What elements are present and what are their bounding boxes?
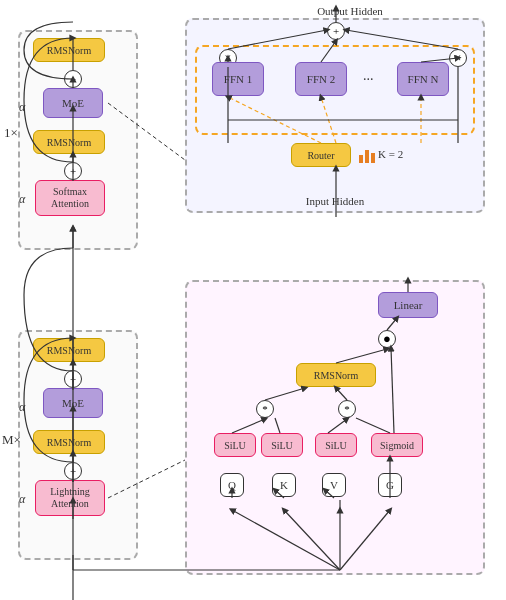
mx-label: M×	[2, 432, 21, 448]
router-node: Router	[291, 143, 351, 167]
k-label: K	[272, 473, 296, 497]
plus-mx-bottom: +	[64, 462, 82, 480]
svg-rect-0	[359, 155, 363, 163]
ffn2-node: FFN 2	[295, 62, 347, 96]
rmsnorm-1x-top: RMSNorm	[33, 38, 105, 62]
output-hidden-label: Output Hidden	[290, 5, 410, 17]
rmsnorm-mx-bottom: RMSNorm	[33, 430, 105, 454]
plus-mx-top: +	[64, 370, 82, 388]
star-circle-left: *	[256, 400, 274, 418]
ffn-dots: ···	[363, 72, 374, 88]
k-equals-2-label: K = 2	[378, 148, 403, 160]
bar-chart-icon	[358, 145, 378, 167]
moe-1x-node: MoE	[43, 88, 103, 118]
silu1-node: SiLU	[214, 433, 256, 457]
dot-product-node: ●	[378, 330, 396, 348]
lightning-attention-node: Lightning Attention	[35, 480, 105, 516]
ffn1-node: FFN 1	[212, 62, 264, 96]
rmsnorm-attn-node: RMSNorm	[296, 363, 376, 387]
v-label: V	[322, 473, 346, 497]
diagram-container: Output Hidden + × × FFN 1 FFN 2 ··· FFN …	[0, 0, 506, 600]
svg-rect-1	[365, 150, 369, 163]
rmsnorm-1x-bottom: RMSNorm	[33, 130, 105, 154]
linear-node: Linear	[378, 292, 438, 318]
block-attn-detail	[185, 280, 485, 575]
silu3-node: SiLU	[315, 433, 357, 457]
alpha-mx-top: α	[19, 400, 25, 415]
rmsnorm-mx-top: RMSNorm	[33, 338, 105, 362]
softmax-attention-node: Softmax Attention	[35, 180, 105, 216]
input-hidden-label: Input Hidden	[275, 195, 395, 207]
svg-rect-2	[371, 153, 375, 163]
times-circle-right: ×	[449, 49, 467, 67]
plus-circle-top-moe: +	[327, 22, 345, 40]
g-label: G	[378, 473, 402, 497]
alpha-1x-bottom: α	[19, 192, 25, 207]
q-label: Q	[220, 473, 244, 497]
sigmoid-node: Sigmoid	[371, 433, 423, 457]
alpha-mx-bottom: α	[19, 492, 25, 507]
star-circle-right: *	[338, 400, 356, 418]
silu2-node: SiLU	[261, 433, 303, 457]
alpha-1x-top: α	[19, 100, 25, 115]
ffnn-node: FFN N	[397, 62, 449, 96]
plus-1x-top: +	[64, 70, 82, 88]
moe-mx-node: MoE	[43, 388, 103, 418]
1x-label: 1×	[4, 125, 18, 141]
plus-1x-bottom: +	[64, 162, 82, 180]
